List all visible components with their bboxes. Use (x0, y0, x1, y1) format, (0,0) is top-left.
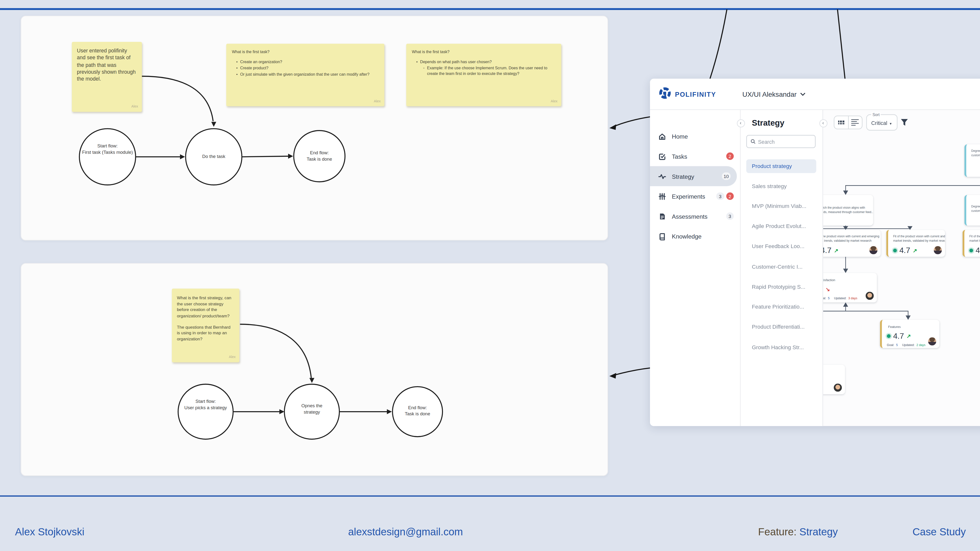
sticky-bullet: Create an organization? (240, 59, 282, 64)
bullet-icon: • (236, 71, 238, 77)
sticky-title: What is the first task? (232, 49, 379, 54)
sticky-author: Alex (229, 355, 236, 360)
sticky-paragraph: What is the first strategy, can the user… (177, 295, 234, 319)
sticky-sub-bullet: Example: If the use choose Implement Scr… (427, 65, 556, 77)
sticky-author: Alex (551, 99, 558, 104)
sticky-paragraph: The questions that Bernhard is using in … (177, 324, 234, 342)
sticky-title: What is the first task? (412, 49, 556, 54)
sticky-note-first-task-options: What is the first task? •Create an organ… (226, 44, 384, 106)
flow-node-end-strategy: End flow:Task is done (391, 405, 444, 417)
sticky-bullet: Create product? (240, 65, 268, 71)
flow-node-opens-strategy: Opnes the strategy (286, 403, 338, 415)
bullet-icon: • (416, 59, 418, 64)
sticky-author: Alex (374, 99, 381, 104)
bullet-icon: • (236, 65, 238, 71)
sticky-bullet: Depends on what path has user chosen? (420, 59, 492, 64)
sticky-text: User entered polifinity and see the firs… (77, 48, 137, 83)
strategy-tree-connectors (823, 110, 980, 426)
sticky-author: Alex (131, 105, 138, 109)
sticky-note-first-task-depends: What is the first task? •Depends on what… (406, 44, 561, 106)
flow-node-end-task: End flow:Task is done (293, 150, 345, 162)
flow-node-do-task: Do the task (188, 154, 240, 160)
sticky-note-user-entered: User entered polifinity and see the firs… (72, 42, 142, 112)
sticky-note-first-strategy: What is the first strategy, can the user… (172, 289, 240, 362)
sub-bullet-icon: ◦ (423, 65, 425, 77)
bullet-icon: • (236, 59, 238, 64)
sticky-bullet: Or just simulate with the given organiza… (240, 71, 369, 77)
flow-node-start-task: Start flow:First task (Tasks module) (81, 143, 134, 155)
flow-node-start-strategy: Start flow:User picks a strategy (179, 399, 232, 411)
case-study-poster: User entered polifinity and see the firs… (0, 0, 980, 551)
